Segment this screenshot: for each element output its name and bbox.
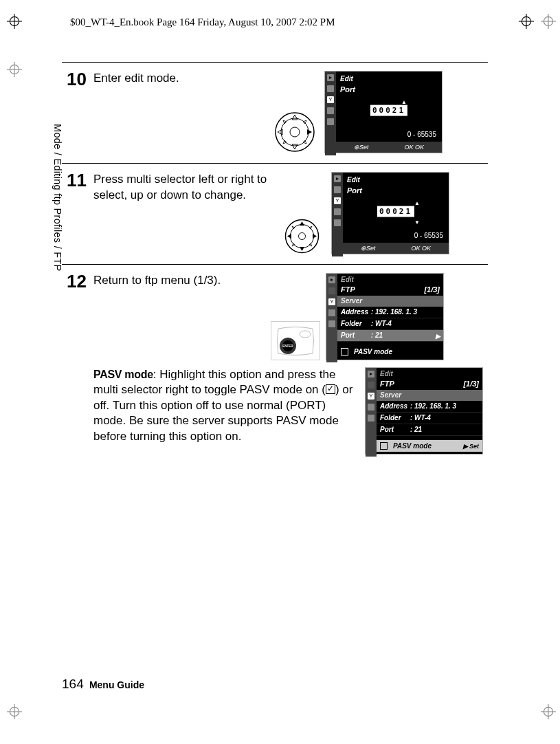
step-text: Press multi selector left or right to se… — [93, 172, 272, 204]
crop-mark-icon — [541, 704, 556, 719]
enter-button-icon: ENTER — [271, 321, 320, 360]
svg-point-15 — [544, 707, 552, 716]
lcd-footer-set: ⊕Set — [361, 244, 376, 252]
svg-point-0 — [10, 17, 19, 25]
lcd-range: 0 - 65535 — [414, 231, 443, 241]
step-text: Return to ftp menu (1/3). — [93, 273, 265, 289]
svg-point-3 — [522, 17, 530, 25]
footer-title: Menu Guide — [89, 679, 144, 690]
lcd-port-screen: ▸Y Edit Port ▲ 00021 ▼ 0 - 65535 ⊕Set OK… — [331, 172, 449, 254]
lcd-section: Server — [377, 390, 482, 401]
lcd-section: Server — [337, 296, 443, 307]
lcd-header-left: FTP — [341, 285, 355, 295]
lcd-pasv-label: PASV mode — [393, 441, 432, 451]
document-header-meta: $00_WT-4_En.book Page 164 Friday, August… — [70, 17, 335, 28]
svg-point-20 — [290, 127, 300, 137]
lcd-ftp-menu: ▸Y Edit FTP [1/3] Server Address:192. 16… — [326, 273, 444, 360]
step-text: Enter edit mode. — [93, 71, 265, 87]
crop-mark-icon — [541, 14, 556, 29]
lcd-subtitle: Port — [340, 85, 438, 95]
lcd-title: Edit — [340, 74, 438, 84]
step-number: 10 — [62, 70, 87, 153]
lcd-pasv-label: PASV mode — [354, 347, 392, 357]
crop-mark-icon — [519, 14, 534, 29]
lcd-port-value: 00021 — [370, 105, 407, 116]
step-10: 10 Enter edit mode. — [62, 62, 488, 163]
svg-point-12 — [10, 707, 19, 716]
step-number: 11 — [62, 171, 87, 254]
lcd-title: Edit — [347, 175, 445, 185]
crop-mark-icon — [7, 14, 22, 29]
svg-point-31 — [298, 233, 305, 240]
lcd-subtitle: Port — [347, 186, 445, 196]
lcd-header-left: FTP — [380, 379, 394, 389]
lcd-port-screen: ▸Y Edit Port ▲ 00021 0 - 65535 ⊕Set OK O… — [324, 71, 443, 153]
step-12: 12 Return to ftp menu (1/3). ENTER ▸Y — [62, 264, 488, 464]
page-footer: 164 Menu Guide — [62, 677, 144, 692]
page-number: 164 — [62, 677, 84, 691]
lcd-title: Edit — [337, 274, 443, 285]
svg-text:ENTER: ENTER — [282, 344, 293, 348]
multi-selector-icon — [271, 111, 319, 153]
svg-point-9 — [10, 65, 19, 74]
multi-selector-icon — [278, 218, 326, 254]
pasv-description-block: PASV mode: Highlight this option and pre… — [93, 367, 488, 455]
lcd-footer-ok: OK OK — [411, 244, 431, 252]
lcd-footer-ok: OK OK — [404, 143, 424, 151]
lcd-title: Edit — [377, 368, 482, 379]
lcd-header-right: [1/3] — [463, 379, 479, 389]
step-number: 12 — [62, 272, 87, 455]
svg-point-6 — [544, 17, 552, 25]
crop-mark-icon — [7, 704, 22, 719]
step-11: 11 Press multi selector left or right to… — [62, 163, 488, 264]
crop-mark-icon — [7, 62, 22, 77]
lcd-ftp-menu-pasv: ▸Y Edit FTP [1/3] Server Address:192. 16… — [365, 367, 483, 455]
lcd-range: 0 - 65535 — [407, 130, 436, 140]
page-content: Mode / Editing ftp Profiles / FTP 10 Ent… — [62, 62, 488, 708]
lcd-port-value: 00021 — [377, 206, 414, 217]
pasv-description-text: PASV mode: Highlight this option and pre… — [93, 367, 358, 455]
lcd-header-right: [1/3] — [424, 285, 440, 295]
lcd-footer-set: ⊕Set — [354, 143, 369, 151]
